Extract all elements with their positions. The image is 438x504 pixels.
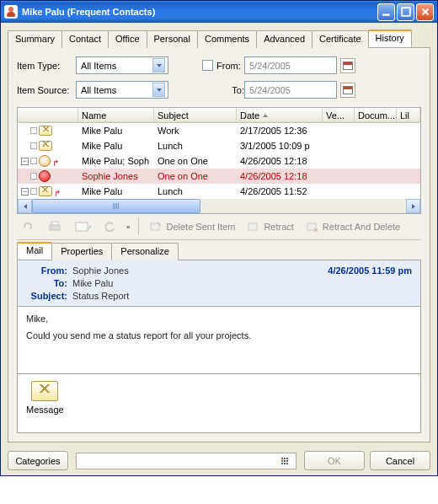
status-icon xyxy=(30,127,37,134)
appointment-icon xyxy=(39,170,51,182)
from-date-input[interactable]: 5/24/2005 xyxy=(244,56,337,74)
item-source-label: Item Source: xyxy=(17,85,76,95)
undo-button[interactable] xyxy=(103,219,118,234)
tree-collapse-icon[interactable]: − xyxy=(21,188,29,196)
mail-icon xyxy=(39,141,52,151)
subject-value: Status Report xyxy=(72,291,328,301)
delete-sent-button[interactable]: Delete Sent Item xyxy=(147,218,237,235)
attachment-label: Message xyxy=(26,405,64,415)
body-line: Could you send me a status report for al… xyxy=(26,330,412,340)
history-list: Name Subject Date Ve... Docum... Lil Mik… xyxy=(17,107,421,214)
cell-date: 3/1/2005 10:09 p xyxy=(237,141,323,151)
row-icons xyxy=(18,126,78,136)
row-icons: − xyxy=(18,155,78,167)
chevron-more-icon[interactable]: » xyxy=(126,223,130,231)
col-date[interactable]: Date xyxy=(237,108,323,122)
tree-collapse-icon[interactable]: − xyxy=(21,158,29,165)
attachment-item[interactable]: Message xyxy=(26,381,64,415)
svg-rect-0 xyxy=(382,13,389,15)
dialog-footer: Categories OK Cancel xyxy=(1,446,437,475)
subtab-properties[interactable]: Properties xyxy=(51,243,112,260)
cell-name: Mike Palu xyxy=(78,126,154,136)
categories-field[interactable] xyxy=(76,453,296,469)
table-row[interactable]: Sophie JonesOne on One4/26/2005 12:18 xyxy=(18,169,420,184)
cell-subject: Lunch xyxy=(154,186,237,196)
item-type-select[interactable]: All Items xyxy=(76,56,168,74)
col-icons[interactable] xyxy=(18,108,78,122)
outgoing-arrow-icon xyxy=(54,188,59,195)
tree-spacer xyxy=(21,173,29,180)
scroll-right-button[interactable] xyxy=(406,199,420,213)
tab-office[interactable]: Office xyxy=(108,30,147,48)
window-title: Mike Palu (Frequent Contacts) xyxy=(22,7,155,17)
col-version[interactable]: Ve... xyxy=(323,108,355,122)
tab-comments[interactable]: Comments xyxy=(197,30,257,48)
scroll-left-button[interactable] xyxy=(18,199,32,213)
tab-history[interactable]: History xyxy=(368,29,412,47)
from-calendar-button[interactable] xyxy=(340,58,355,73)
scroll-thumb[interactable] xyxy=(32,199,200,213)
table-row[interactable]: Mike PaluLunch3/1/2005 10:09 p xyxy=(18,138,420,153)
row-icons: − xyxy=(18,186,78,196)
mail-icon xyxy=(39,186,52,196)
from-label: From: xyxy=(26,265,72,276)
cell-subject: One on One xyxy=(154,156,237,166)
reply-button[interactable] xyxy=(72,217,94,236)
close-button[interactable] xyxy=(416,3,434,21)
to-calendar-button[interactable] xyxy=(340,83,355,98)
titlebar[interactable]: Mike Palu (Frequent Contacts) xyxy=(1,1,437,23)
subtab-personalize[interactable]: Personalize xyxy=(111,243,178,260)
table-row[interactable]: −Mike Palu; SophOne on One4/26/2005 12:1… xyxy=(18,153,420,169)
tab-summary[interactable]: Summary xyxy=(8,30,62,48)
tab-personal[interactable]: Personal xyxy=(147,30,198,48)
ok-button[interactable]: OK xyxy=(304,451,365,470)
maximize-button[interactable] xyxy=(397,3,414,21)
minimize-button[interactable] xyxy=(377,3,395,21)
cell-date: 2/17/2005 12:36 xyxy=(237,126,323,136)
mail-body[interactable]: Mike, Could you send me a status report … xyxy=(17,307,421,374)
cell-subject: Lunch xyxy=(154,141,237,151)
mail-timestamp: 4/26/2005 11:59 pm xyxy=(328,265,412,276)
subtab-mail[interactable]: Mail xyxy=(17,242,52,260)
col-subject[interactable]: Subject xyxy=(154,108,237,122)
col-library[interactable]: Lil xyxy=(397,108,420,122)
row-icons xyxy=(18,170,78,182)
scroll-track[interactable] xyxy=(32,199,406,213)
column-headers: Name Subject Date Ve... Docum... Lil xyxy=(18,108,420,123)
col-name[interactable]: Name xyxy=(78,108,154,122)
cell-name: Mike Palu xyxy=(78,186,154,196)
retract-button[interactable]: Retract xyxy=(245,218,295,235)
cell-name: Mike Palu xyxy=(78,141,154,151)
to-date-input[interactable]: 5/24/2005 xyxy=(244,81,337,99)
table-row[interactable]: Mike PaluWork2/17/2005 12:36 xyxy=(18,123,420,138)
svg-rect-2 xyxy=(50,225,60,230)
print-button[interactable] xyxy=(45,217,64,236)
table-row[interactable]: −Mike PaluLunch4/26/2005 11:52 xyxy=(18,184,420,199)
item-source-select[interactable]: All Items xyxy=(76,81,168,99)
from-checkbox[interactable] xyxy=(202,60,213,71)
cancel-button[interactable]: Cancel xyxy=(370,451,430,470)
to-label: To: xyxy=(202,85,244,95)
calendar-icon xyxy=(343,62,353,70)
col-document[interactable]: Docum... xyxy=(355,108,397,122)
retract-delete-button[interactable]: Retract And Delete xyxy=(304,218,402,235)
dropdown-arrow-icon xyxy=(152,83,165,97)
attach-button[interactable] xyxy=(19,217,37,236)
tree-spacer xyxy=(21,142,29,150)
from-checkbox-label[interactable]: From: xyxy=(202,60,244,71)
subject-label: Subject: xyxy=(26,291,72,301)
tab-advanced[interactable]: Advanced xyxy=(256,30,312,48)
tab-contact[interactable]: Contact xyxy=(61,30,109,48)
horizontal-scrollbar[interactable] xyxy=(18,199,420,213)
tab-certificate[interactable]: Certificate xyxy=(312,30,369,48)
svg-rect-6 xyxy=(248,223,257,230)
sort-asc-icon xyxy=(262,110,269,121)
cell-date: 4/26/2005 12:18 xyxy=(237,156,323,166)
to-value: Mike Palu xyxy=(72,278,328,288)
to-label: To: xyxy=(26,278,72,288)
status-icon xyxy=(30,142,37,149)
cell-subject: Work xyxy=(154,126,237,136)
tree-spacer xyxy=(21,127,29,135)
categories-button[interactable]: Categories xyxy=(8,451,68,470)
dropdown-arrow-icon xyxy=(152,58,165,72)
